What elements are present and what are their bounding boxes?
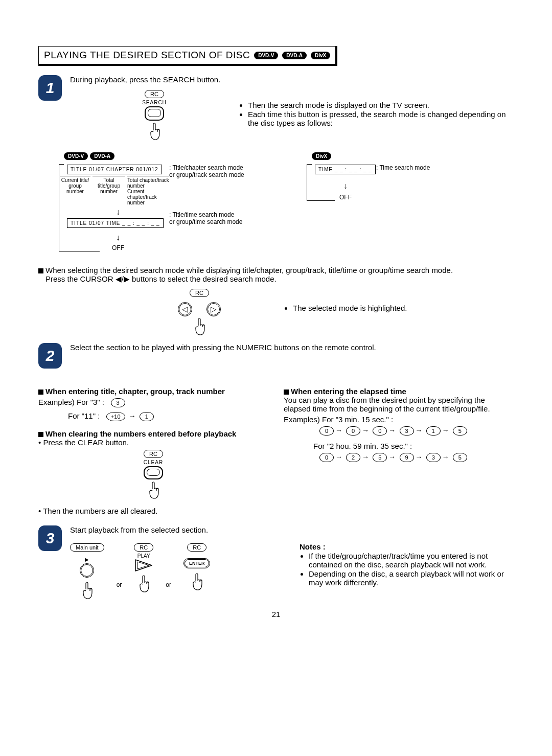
- note-line: If the title/group/chapter/track/time yo…: [309, 552, 514, 569]
- desc: : Time search mode: [376, 164, 430, 171]
- arrow-down-icon: ↓: [315, 181, 376, 191]
- subheading: When entering title, chapter, group, tra…: [38, 387, 268, 396]
- main-unit-block: Main unit ▶: [70, 542, 104, 600]
- button-sequence: 0 0 0 3 1 5: [284, 426, 514, 436]
- osd-time: TIME _ _ : _ _ : _ _: [315, 165, 376, 174]
- step-2-instruction: Select the section to be played with pre…: [70, 343, 514, 352]
- numeric-button: 2: [346, 453, 360, 462]
- paragraph: When selecting the desired search mode w…: [38, 266, 514, 274]
- hand-icon: [189, 574, 204, 591]
- svg-marker-1: [137, 562, 149, 569]
- step-1-notes: Then the search mode is displayed on the…: [239, 101, 514, 127]
- hand-icon: [136, 576, 151, 593]
- label: Total title/group number: [93, 176, 125, 205]
- numeric-button: 3: [426, 453, 441, 462]
- page-number: 21: [38, 610, 514, 618]
- arrow-right-icon: [127, 411, 137, 420]
- play-label: PLAY: [134, 553, 153, 559]
- section-title: PLAYING THE DESIRED SECTION OF DISC DVD-…: [38, 46, 337, 66]
- off-label: OFF: [67, 244, 169, 251]
- numeric-button: 0: [373, 426, 387, 436]
- arrow-right-icon: [334, 452, 344, 461]
- numeric-button: 0: [319, 453, 334, 462]
- subheading: When clearing the numbers entered before…: [38, 429, 268, 438]
- rc-label: RC: [187, 543, 206, 552]
- or-label: or: [166, 581, 171, 600]
- badge-dvdv: DVD-V: [254, 52, 278, 59]
- or-label: or: [117, 581, 122, 600]
- label: Total chapter/track number: [127, 176, 169, 189]
- desc: or group/time search mode: [169, 218, 244, 225]
- numeric-button: 5: [453, 426, 467, 436]
- osd-title-chapter: TITLE 01/07 CHAPTER 001/012: [67, 165, 162, 174]
- note-line: Each time this button is pressed, the se…: [248, 110, 514, 127]
- square-bullet-icon: [284, 390, 289, 395]
- rc-label: RC: [134, 543, 153, 552]
- square-bullet-icon: [38, 390, 43, 395]
- arrow-down-icon: ↓: [67, 233, 169, 242]
- arrow-right-icon: [334, 426, 344, 434]
- example-row: Examples) For "3" : 3: [38, 398, 268, 407]
- step-3-instruction: Start playback from the selected section…: [70, 525, 514, 534]
- rc-play-block: RC PLAY: [134, 542, 153, 593]
- numeric-button-1: 1: [140, 412, 154, 421]
- badge-divx: DivX: [311, 52, 330, 59]
- arrow-right-icon: [441, 426, 451, 434]
- badge-divx: DivX: [312, 152, 331, 160]
- rc-label: RC: [144, 450, 163, 458]
- step-3-marker: 3: [38, 525, 62, 551]
- badge-dvda: DVD-A: [282, 52, 307, 59]
- desc: : Title/chapter search mode: [169, 164, 244, 171]
- example-row: For "2 hou. 59 min. 35 sec." :: [284, 442, 514, 450]
- arrow-right-icon: [441, 452, 451, 461]
- rc-enter-block: RC ENTER: [183, 542, 211, 591]
- arrow-right-icon: [414, 452, 424, 461]
- desc: or group/track search mode: [169, 171, 244, 178]
- play-button-graphic: [134, 559, 153, 572]
- notes-heading: Notes :: [300, 542, 514, 551]
- rc-label: RC: [190, 289, 209, 297]
- rc-label: RC: [145, 90, 164, 98]
- cursor-right-icon: ▷: [206, 302, 221, 316]
- arrow-right-icon: [360, 452, 371, 461]
- enter-button: ENTER: [183, 558, 211, 568]
- line: • Press the CLEAR button.: [38, 438, 268, 447]
- badge-dvdv: DVD-V: [64, 152, 88, 160]
- section-title-text: PLAYING THE DESIRED SECTION OF DISC: [44, 50, 250, 61]
- clear-label: CLEAR: [38, 460, 268, 465]
- main-unit-label: Main unit: [70, 543, 104, 552]
- note-line: The selected mode is highlighted.: [293, 304, 514, 312]
- hand-icon: [79, 582, 95, 600]
- numeric-button: 0: [319, 426, 334, 436]
- arrow-right-icon: [360, 426, 371, 434]
- clear-button-graphic: [144, 466, 163, 479]
- numeric-button: 1: [426, 426, 441, 436]
- numeric-button: 0: [346, 426, 360, 436]
- example-row: Examples) For "3 min. 15 sec." :: [284, 415, 514, 424]
- arrow-right-icon: [387, 426, 397, 434]
- arrow-right-icon: [414, 426, 424, 434]
- off-label: OFF: [315, 194, 376, 201]
- notes-list: If the title/group/chapter/track/time yo…: [300, 552, 514, 587]
- note: The selected mode is highlighted.: [284, 304, 514, 312]
- arrow-right-icon: [387, 452, 397, 461]
- step-2-marker: 2: [38, 343, 62, 369]
- cursor-left-icon: ◁: [178, 302, 192, 316]
- label: Current chapter/track number: [127, 189, 169, 205]
- numeric-button: 3: [400, 426, 414, 436]
- desc: : Title/time search mode: [169, 211, 244, 218]
- line: You can play a disc from the desired poi…: [284, 396, 514, 413]
- search-button-graphic: [145, 106, 164, 121]
- search-label: SEARCH: [70, 100, 239, 105]
- example-row: For "11" : +10 1: [38, 411, 268, 421]
- step-1-marker: 1: [38, 75, 62, 101]
- numeric-button: 9: [400, 453, 414, 462]
- hand-icon: [147, 123, 162, 141]
- note-line: Depending on the disc, a search playback…: [309, 569, 514, 587]
- numeric-button-plus10: +10: [106, 412, 125, 421]
- arrow-down-icon: ↓: [67, 208, 169, 217]
- square-bullet-icon: [38, 432, 43, 437]
- label: Current title/ group number: [60, 176, 90, 205]
- numeric-button: 5: [373, 453, 387, 462]
- step-1-instruction: During playback, press the SEARCH button…: [70, 75, 514, 84]
